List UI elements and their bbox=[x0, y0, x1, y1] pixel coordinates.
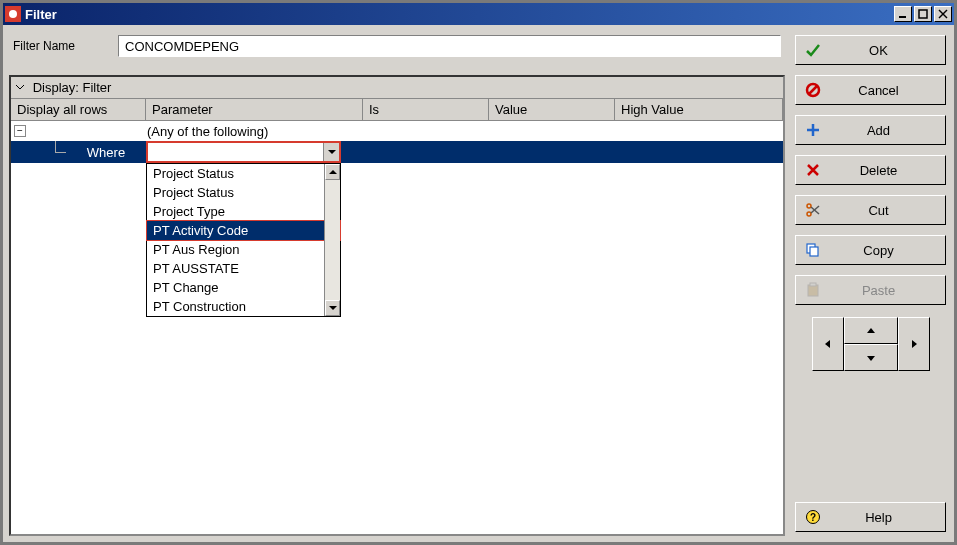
add-button[interactable]: Add bbox=[795, 115, 946, 145]
col-high-value[interactable]: High Value bbox=[615, 99, 783, 120]
ok-button[interactable]: OK bbox=[795, 35, 946, 65]
arrow-down-button[interactable] bbox=[844, 344, 898, 371]
help-icon: ? bbox=[804, 509, 822, 525]
add-label: Add bbox=[838, 123, 919, 138]
tree-body: − (Any of the following) Where bbox=[11, 121, 783, 534]
parameter-dropdown-list: Project Status Project Status Project Ty… bbox=[146, 163, 341, 317]
arrow-left-button[interactable] bbox=[812, 317, 844, 371]
svg-point-0 bbox=[9, 10, 17, 18]
check-icon bbox=[804, 42, 822, 58]
svg-line-6 bbox=[809, 86, 817, 94]
arrow-up-button[interactable] bbox=[844, 317, 898, 344]
delete-button[interactable]: Delete bbox=[795, 155, 946, 185]
tree-group-label: (Any of the following) bbox=[147, 124, 268, 139]
tree-group-row: − (Any of the following) bbox=[11, 121, 783, 141]
dd-item[interactable]: PT AUSSTATE bbox=[147, 259, 340, 278]
maximize-button[interactable] bbox=[914, 6, 932, 22]
paste-label: Paste bbox=[838, 283, 919, 298]
cancel-icon bbox=[804, 82, 822, 98]
tree-line-indicator bbox=[11, 141, 66, 163]
paste-icon bbox=[804, 282, 822, 298]
dd-item[interactable]: PT Construction bbox=[147, 297, 340, 316]
help-label: Help bbox=[838, 510, 919, 525]
col-parameter[interactable]: Parameter bbox=[146, 99, 363, 120]
plus-icon bbox=[804, 122, 822, 138]
parameter-dropdown-input[interactable] bbox=[148, 143, 323, 161]
svg-rect-13 bbox=[808, 285, 818, 296]
svg-point-8 bbox=[807, 204, 811, 208]
filter-name-input[interactable] bbox=[118, 35, 781, 57]
paste-button[interactable]: Paste bbox=[795, 275, 946, 305]
dd-item-selected[interactable]: PT Activity Code bbox=[147, 221, 340, 240]
close-button[interactable] bbox=[934, 6, 952, 22]
svg-text:?: ? bbox=[810, 512, 816, 523]
chevron-down-icon bbox=[15, 80, 29, 95]
arrow-pad bbox=[795, 315, 946, 373]
cut-button[interactable]: Cut bbox=[795, 195, 946, 225]
col-is[interactable]: Is bbox=[363, 99, 489, 120]
svg-rect-12 bbox=[810, 247, 818, 256]
dd-item[interactable]: Project Status bbox=[147, 183, 340, 202]
cancel-button[interactable]: Cancel bbox=[795, 75, 946, 105]
scroll-up-button[interactable] bbox=[325, 164, 340, 180]
column-headers: Display all rows Parameter Is Value High… bbox=[11, 99, 783, 121]
dd-item[interactable]: Project Type bbox=[147, 202, 340, 221]
tree-collapse-toggle[interactable]: − bbox=[14, 125, 26, 137]
cut-label: Cut bbox=[838, 203, 919, 218]
filter-dialog: Filter Filter Name bbox=[0, 0, 957, 545]
copy-label: Copy bbox=[838, 243, 919, 258]
filter-name-label: Filter Name bbox=[13, 39, 108, 53]
tree-where-row[interactable]: Where bbox=[11, 141, 783, 163]
help-button[interactable]: ? Help bbox=[795, 502, 946, 532]
svg-point-7 bbox=[807, 212, 811, 216]
svg-rect-2 bbox=[919, 10, 927, 18]
app-icon bbox=[5, 6, 21, 22]
section-header[interactable]: Display: Filter bbox=[11, 77, 783, 99]
parameter-dropdown-button[interactable] bbox=[323, 143, 339, 161]
scissors-icon bbox=[804, 202, 822, 218]
parameter-dropdown-cell bbox=[146, 141, 341, 163]
delete-label: Delete bbox=[838, 163, 919, 178]
svg-line-10 bbox=[811, 206, 819, 213]
cancel-label: Cancel bbox=[838, 83, 919, 98]
svg-rect-14 bbox=[810, 283, 816, 286]
dd-item[interactable]: Project Status bbox=[147, 164, 340, 183]
window-title: Filter bbox=[25, 7, 894, 22]
scroll-down-button[interactable] bbox=[325, 300, 340, 316]
dd-item[interactable]: PT Change bbox=[147, 278, 340, 297]
col-display[interactable]: Display all rows bbox=[11, 99, 146, 120]
side-button-panel: OK Cancel Add Delete bbox=[793, 31, 948, 536]
copy-icon bbox=[804, 242, 822, 258]
window-controls bbox=[894, 6, 952, 22]
ok-label: OK bbox=[838, 43, 919, 58]
section-title: Display: Filter bbox=[33, 80, 112, 95]
copy-button[interactable]: Copy bbox=[795, 235, 946, 265]
dd-item[interactable]: PT Aus Region bbox=[147, 240, 340, 259]
x-icon bbox=[804, 162, 822, 178]
titlebar: Filter bbox=[3, 3, 954, 25]
filter-grid: Display: Filter Display all rows Paramet… bbox=[9, 75, 785, 536]
svg-line-9 bbox=[811, 207, 819, 214]
where-label: Where bbox=[66, 145, 146, 160]
arrow-right-button[interactable] bbox=[898, 317, 930, 371]
col-value[interactable]: Value bbox=[489, 99, 615, 120]
minimize-button[interactable] bbox=[894, 6, 912, 22]
dropdown-scrollbar[interactable] bbox=[324, 164, 340, 316]
svg-rect-1 bbox=[899, 16, 906, 18]
